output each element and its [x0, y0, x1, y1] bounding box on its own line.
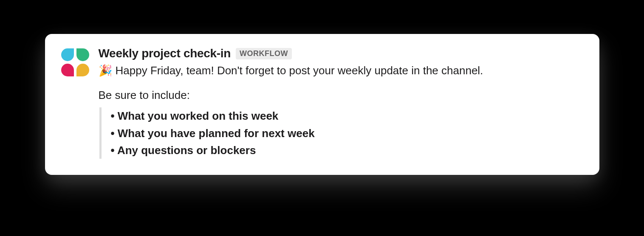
message-card: Weekly project check-in WORKFLOW 🎉 Happy…: [45, 34, 599, 175]
bullet-item: What you worked on this week: [111, 107, 583, 124]
party-popper-emoji: 🎉: [99, 64, 112, 77]
avatar-petal-tl: [61, 48, 74, 61]
subhead-text: Be sure to include:: [99, 87, 583, 104]
message-intro: 🎉 Happy Friday, team! Don't forget to po…: [99, 63, 583, 79]
bullet-item: Any questions or blockers: [111, 142, 583, 159]
sender-name: Weekly project check-in: [99, 47, 231, 60]
workflow-avatar: [61, 48, 90, 77]
quote-block: What you worked on this week What you ha…: [99, 107, 583, 159]
bullet-item: What you have planned for next week: [111, 125, 583, 142]
intro-text: Happy Friday, team! Don't forget to post…: [116, 63, 483, 79]
workflow-badge: WORKFLOW: [236, 48, 292, 59]
message-content: Weekly project check-in WORKFLOW 🎉 Happy…: [99, 48, 583, 159]
avatar-petal-tr: [76, 48, 89, 61]
message-header: Weekly project check-in WORKFLOW: [99, 47, 583, 60]
avatar-petal-br: [76, 64, 89, 76]
avatar-petal-bl: [61, 64, 74, 76]
